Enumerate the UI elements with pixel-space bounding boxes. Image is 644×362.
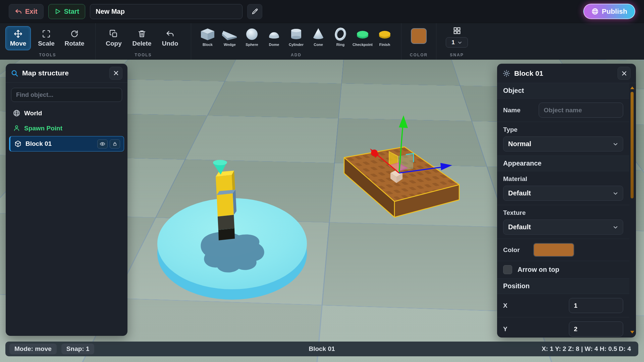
toolbar-group-snap: 1 SNAP (436, 23, 477, 60)
add-ring-button[interactable]: Ring (329, 27, 352, 47)
type-field-row: Type Normal (497, 122, 629, 156)
exit-label: Exit (25, 8, 38, 15)
copy-button[interactable]: Copy (101, 26, 126, 50)
position-y-label: Y (503, 325, 507, 333)
start-button[interactable]: Start (48, 4, 86, 19)
scrollbar-thumb[interactable] (631, 92, 634, 198)
move-label: Move (10, 40, 26, 47)
material-label: Material (503, 175, 623, 183)
add-cylinder-button[interactable]: Cylinder (285, 27, 307, 47)
arrow-on-top-checkbox[interactable] (503, 265, 512, 274)
chevron-down-icon (613, 225, 618, 230)
add-dome-button[interactable]: Dome (263, 27, 285, 47)
close-icon (621, 70, 627, 76)
undo-button[interactable]: Undo (157, 26, 183, 50)
chevron-down-icon (613, 191, 618, 196)
delete-button[interactable]: Delete (129, 26, 155, 50)
tree-item-label: Block 01 (25, 140, 52, 147)
scale-icon (42, 29, 51, 38)
rotate-label: Rotate (64, 40, 84, 47)
top-bar: Exit Start Publish (0, 0, 644, 23)
color-picker-swatch[interactable] (411, 28, 427, 44)
undo-icon (166, 29, 174, 38)
add-sphere-button[interactable]: Sphere (241, 27, 263, 47)
material-value: Default (508, 189, 531, 197)
globe-icon (13, 109, 20, 117)
cylinder-shape-icon (287, 27, 305, 42)
inspector-header: Block 01 (497, 64, 636, 83)
map-structure-title: Map structure (22, 69, 106, 77)
material-field-row: Material Default (497, 171, 629, 205)
gear-icon (502, 69, 511, 77)
name-field-row: Name (497, 99, 629, 122)
tree-item-label: World (24, 110, 42, 117)
tree-item-world[interactable]: World (9, 106, 124, 120)
name-label: Name (503, 107, 521, 114)
add-finish-button[interactable]: Finish (374, 27, 396, 47)
inspector-close-button[interactable] (618, 67, 631, 80)
play-icon (54, 8, 61, 15)
add-checkpoint-button[interactable]: Checkpoint (352, 27, 374, 47)
scroll-down-arrow-icon[interactable] (630, 331, 634, 334)
snap-grid-icon (453, 26, 461, 35)
rotate-icon (70, 29, 79, 38)
texture-value: Default (508, 223, 531, 231)
color-group-label: COLOR (401, 53, 436, 57)
snap-group-label: SNAP (436, 53, 477, 57)
header: Exit Start Publish Move (0, 0, 644, 60)
exit-arrow-icon (15, 8, 22, 15)
block-shape-label: Block (203, 43, 213, 47)
add-cone-button[interactable]: Cone (307, 27, 329, 47)
tree-item-block-01[interactable]: Block 01 (9, 136, 124, 152)
lock-toggle-button[interactable] (110, 139, 120, 148)
cylinder-shape-label: Cylinder (289, 43, 304, 47)
texture-dropdown[interactable]: Default (503, 220, 623, 235)
sphere-shape-label: Sphere (246, 43, 258, 47)
material-dropdown[interactable]: Default (503, 186, 623, 201)
scale-tool-button[interactable]: Scale (34, 26, 59, 50)
inspector-panel: Block 01 Object Name Type Normal Appeara… (497, 64, 636, 338)
position-y-input[interactable] (569, 321, 623, 337)
undo-label: Undo (162, 40, 178, 47)
rotate-tool-button[interactable]: Rotate (62, 26, 87, 50)
toolbar-group-color: COLOR (401, 23, 436, 60)
scroll-up-arrow-icon[interactable] (630, 86, 634, 89)
person-icon (13, 124, 20, 132)
inspector-scrollbar[interactable] (630, 86, 634, 334)
toolbar-group-tools2: Copy Delete Undo TOOLS (95, 23, 191, 60)
publish-label: Publish (602, 7, 627, 15)
snap-value-dropdown[interactable]: 1 (446, 37, 468, 48)
publish-button[interactable]: Publish (583, 4, 635, 19)
type-dropdown[interactable]: Normal (503, 136, 623, 152)
map-structure-panel: Map structure World Spawn Point Block 01 (6, 64, 127, 336)
tree-item-label: Spawn Point (24, 125, 62, 132)
eye-icon (100, 141, 105, 147)
tree-item-spawn-point[interactable]: Spawn Point (9, 121, 124, 135)
dome-shape-label: Dome (269, 43, 279, 47)
move-tool-button[interactable]: Move (5, 26, 31, 50)
snap-badge: Snap: 1 (61, 344, 95, 354)
mode-badge: Mode: move (9, 344, 57, 354)
tools1-group-label: TOOLS (0, 53, 95, 57)
exit-button[interactable]: Exit (9, 4, 44, 19)
object-name-input[interactable] (539, 103, 623, 118)
ring-shape-icon (332, 27, 349, 42)
texture-field-row: Texture Default (497, 205, 629, 239)
add-block-button[interactable]: Block (197, 27, 219, 47)
map-name-input[interactable] (90, 4, 243, 19)
toolbar: Move Scale Rotate TOOLS Copy Delete (0, 23, 644, 60)
object-color-swatch[interactable] (533, 243, 574, 257)
position-y-row: Y (497, 317, 629, 338)
edit-map-name-button[interactable] (247, 4, 262, 19)
visibility-toggle-button[interactable] (97, 139, 108, 148)
position-x-input[interactable] (569, 298, 623, 313)
cone-shape-icon (310, 27, 327, 42)
finish-shape-label: Finish (379, 43, 390, 47)
map-structure-close-button[interactable] (109, 67, 122, 80)
find-object-input[interactable] (11, 88, 122, 102)
position-section-header: Position (497, 279, 629, 294)
lock-icon (112, 141, 117, 146)
chevron-down-icon (613, 141, 618, 147)
add-wedge-button[interactable]: Wedge (219, 27, 241, 47)
object-section-header: Object (497, 83, 629, 99)
